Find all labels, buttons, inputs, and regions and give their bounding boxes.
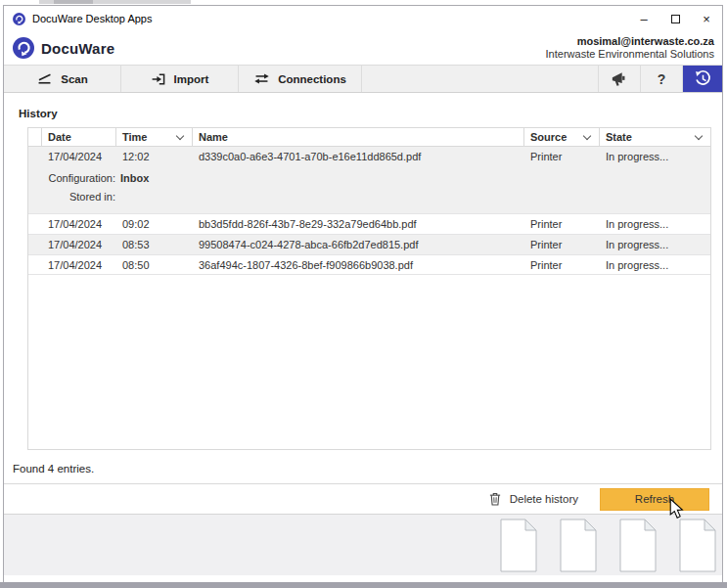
connections-icon (253, 72, 270, 85)
history-table: Date Time Name Source State 17/04/2024 1… (27, 127, 711, 450)
chevron-down-icon[interactable] (695, 131, 703, 139)
stored-in-label: Stored in: (28, 188, 115, 206)
cell-source: Printer (524, 235, 600, 254)
action-bar: Delete history Refresh (4, 483, 722, 514)
account-info: mosimal@interwaste.co.za Interwaste Envi… (546, 35, 714, 61)
table-header-row: Date Time Name Source State (28, 128, 710, 147)
window-bottom-edge (0, 582, 727, 588)
column-header-selector (28, 128, 42, 146)
column-header-time[interactable]: Time (116, 128, 193, 146)
entries-summary: Found 4 entries. (13, 463, 722, 475)
app-window: DocuWare Desktop Apps – × DocuWare mosim… (3, 5, 723, 582)
refresh-button[interactable]: Refresh (600, 488, 709, 511)
brand: DocuWare (13, 37, 114, 59)
announcements-button[interactable] (599, 66, 641, 92)
column-label: State (606, 128, 632, 146)
configuration-label: Configuration: (28, 169, 115, 188)
history-button[interactable] (683, 66, 722, 92)
column-header-source[interactable]: Source (524, 128, 600, 146)
window-controls: – × (628, 6, 722, 31)
column-label: Date (48, 128, 71, 146)
cell-date: 17/04/2024 (42, 214, 116, 234)
scan-icon (36, 72, 53, 85)
document-icon[interactable] (679, 519, 716, 572)
cell-state: In progress... (600, 255, 710, 274)
toolbar-spacer (362, 66, 599, 92)
trash-icon (489, 492, 501, 506)
cell-state: In progress... (600, 214, 710, 234)
maximize-button[interactable] (659, 6, 691, 31)
background-window-fragment (54, 0, 93, 4)
document-tray (4, 514, 722, 575)
app-icon (13, 13, 25, 25)
title-bar: DocuWare Desktop Apps – × (4, 6, 722, 31)
close-button[interactable]: × (691, 6, 722, 31)
cell-name: 36af494c-1807-4326-8bef-f909866b9038.pdf (193, 255, 524, 274)
chevron-down-icon[interactable] (583, 131, 591, 139)
configuration-value: Inbox (120, 169, 149, 188)
import-icon (151, 72, 166, 86)
window-title: DocuWare Desktop Apps (32, 13, 152, 24)
section-title-history: History (19, 108, 722, 119)
table-row[interactable]: 17/04/2024 08:50 36af494c-1807-4326-8bef… (28, 254, 710, 275)
mouse-cursor-icon (669, 498, 684, 523)
table-row[interactable]: 17/04/2024 08:53 99508474-c024-4278-abca… (28, 234, 710, 254)
help-button[interactable]: ? (641, 66, 683, 92)
document-icon[interactable] (560, 519, 597, 572)
delete-history-button[interactable]: Delete history (489, 492, 578, 506)
row-details: Configuration: Inbox Stored in: (28, 167, 710, 213)
cell-source: Printer (524, 255, 600, 274)
cell-date: 17/04/2024 (42, 147, 116, 167)
cell-name: bb3d5fdd-826f-43b7-8e29-332a79ed64bb.pdf (193, 214, 524, 234)
app-header: DocuWare mosimal@interwaste.co.za Interw… (4, 31, 722, 65)
docuware-logo-icon (13, 37, 34, 59)
cell-state: In progress... (600, 235, 710, 254)
toolbar: Scan Import Connections ? (4, 65, 722, 93)
minimize-button[interactable]: – (628, 6, 659, 31)
tab-scan-label: Scan (61, 73, 88, 85)
megaphone-icon (611, 70, 628, 87)
tab-import[interactable]: Import (121, 66, 239, 92)
help-icon: ? (658, 71, 666, 87)
tab-scan[interactable]: Scan (4, 66, 121, 92)
cell-source: Printer (524, 147, 600, 167)
table-row[interactable]: 17/04/2024 12:02 d339c0a0-a6e3-4701-a70b… (28, 147, 710, 167)
tab-connections-label: Connections (278, 73, 346, 85)
table-row[interactable]: 17/04/2024 09:02 bb3d5fdd-826f-43b7-8e29… (28, 213, 710, 234)
cell-date: 17/04/2024 (42, 255, 116, 274)
maximize-icon (671, 15, 680, 23)
cell-date: 17/04/2024 (42, 235, 116, 254)
tab-connections[interactable]: Connections (239, 66, 362, 92)
cell-time: 08:53 (116, 235, 193, 254)
tab-import-label: Import (174, 73, 209, 85)
cell-name: d339c0a0-a6e3-4701-a70b-e16e11dd865d.pdf (193, 147, 524, 167)
brand-name: DocuWare (41, 40, 114, 57)
cell-time: 12:02 (116, 147, 193, 167)
account-organization: Interwaste Environmental Solutions (546, 48, 714, 61)
document-icon[interactable] (500, 519, 537, 572)
cell-state: In progress... (600, 147, 710, 167)
column-label: Name (199, 128, 228, 146)
document-icon[interactable] (619, 519, 657, 572)
column-header-name[interactable]: Name (193, 128, 524, 146)
cell-name: 99508474-c024-4278-abca-66fb2d7ed815.pdf (193, 235, 524, 254)
cell-source: Printer (524, 214, 600, 234)
cell-time: 09:02 (116, 214, 193, 234)
account-email: mosimal@interwaste.co.za (546, 35, 714, 48)
clock-history-icon (694, 69, 712, 88)
chevron-down-icon[interactable] (176, 131, 184, 139)
delete-history-label: Delete history (510, 493, 578, 505)
column-label: Source (530, 128, 567, 146)
column-label: Time (122, 128, 147, 146)
column-header-state[interactable]: State (600, 128, 710, 146)
column-header-date[interactable]: Date (42, 128, 116, 146)
cell-time: 08:50 (116, 255, 193, 274)
